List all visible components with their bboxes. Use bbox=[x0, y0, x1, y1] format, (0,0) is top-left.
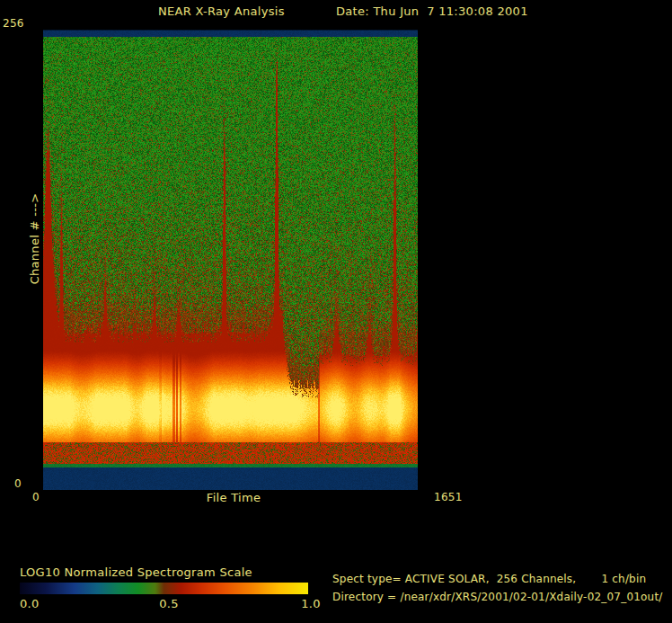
colorbar-tick-1: 0.5 bbox=[158, 597, 180, 610]
x-axis-label: File Time bbox=[144, 491, 323, 504]
y-axis-tick-max: 256 bbox=[3, 17, 24, 30]
spect-type-line: Spect type= ACTIVE SOLAR, 256 Channels, … bbox=[332, 573, 646, 585]
y-axis-tick-min: 0 bbox=[14, 477, 22, 490]
date-label: Date: Thu Jun 7 11:30:08 2001 bbox=[336, 4, 528, 18]
x-axis-tick-min: 0 bbox=[32, 491, 40, 503]
directory-line: Directory = /near/xdr/XRS/2001/02-01/Xda… bbox=[332, 591, 663, 603]
colorbar-gradient bbox=[20, 583, 308, 594]
y-axis-label: Channel # ---> bbox=[28, 167, 41, 311]
colorbar-tick-2: 1.0 bbox=[300, 597, 322, 610]
colorbar-title: LOG10 Normalized Spectrogram Scale bbox=[20, 565, 252, 579]
near-xray-analysis-window: NEAR X-Ray Analysis Date: Thu Jun 7 11:3… bbox=[0, 0, 672, 623]
spectrogram-heatmap bbox=[43, 30, 418, 490]
colorbar-tick-0: 0.0 bbox=[20, 597, 40, 610]
x-axis-tick-max: 1651 bbox=[434, 491, 463, 503]
page-title: NEAR X-Ray Analysis bbox=[158, 4, 285, 18]
